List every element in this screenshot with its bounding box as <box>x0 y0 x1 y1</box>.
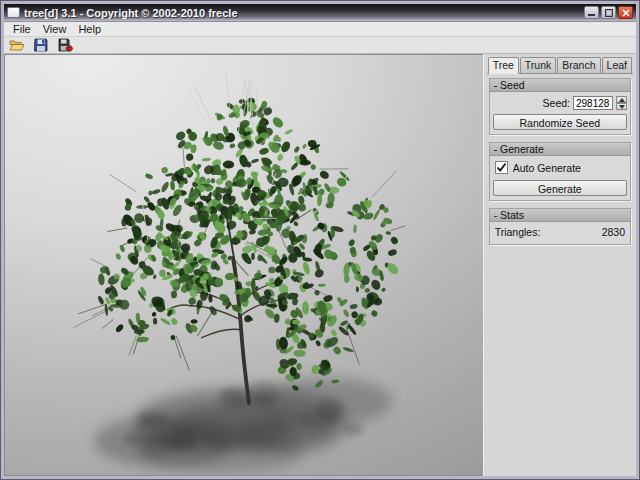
seed-label: Seed: <box>543 97 570 109</box>
menu-view[interactable]: View <box>38 22 72 36</box>
tab-trunk[interactable]: Trunk <box>520 57 556 73</box>
auto-generate-label: Auto Generate <box>513 162 581 174</box>
checkmark-icon <box>496 162 507 173</box>
tab-tree[interactable]: Tree <box>488 57 519 74</box>
window-title: tree[d] 3.1 - Copyright © 2002-2010 frec… <box>24 7 580 19</box>
randomize-seed-button[interactable]: Randomize Seed <box>493 114 627 130</box>
menu-file[interactable]: File <box>8 22 36 36</box>
seed-rollout: - Seed Seed: Randomize Seed <box>489 78 631 135</box>
export-mesh-icon <box>58 38 73 52</box>
stats-rollout: - Stats Triangles: 2830 <box>489 208 631 245</box>
seed-spinner <box>616 96 627 110</box>
tree-shadow <box>94 377 393 473</box>
generate-rollout-header[interactable]: - Generate <box>490 143 630 156</box>
save-icon <box>34 38 48 52</box>
seed-rollout-header[interactable]: - Seed <box>490 79 630 92</box>
menu-bar: File View Help <box>4 22 636 37</box>
tree-foliage <box>97 96 400 392</box>
save-button[interactable] <box>32 38 50 53</box>
app-icon <box>7 7 20 18</box>
tab-leaf[interactable]: Leaf <box>602 57 632 73</box>
open-file-button[interactable] <box>8 38 26 53</box>
seed-input[interactable] <box>573 96 613 110</box>
open-file-icon <box>9 39 25 52</box>
maximize-button[interactable] <box>601 6 616 19</box>
generate-rollout: - Generate Auto Generate Generate <box>489 142 631 201</box>
render-viewport[interactable] <box>4 54 483 476</box>
spinner-up-icon[interactable] <box>616 96 627 103</box>
minimize-icon <box>588 9 595 16</box>
menu-help[interactable]: Help <box>73 22 106 36</box>
title-bar: tree[d] 3.1 - Copyright © 2002-2010 frec… <box>4 4 636 22</box>
tool-bar <box>4 37 636 54</box>
minimize-button[interactable] <box>584 6 599 19</box>
generate-button[interactable]: Generate <box>493 180 627 196</box>
app-window: tree[d] 3.1 - Copyright © 2002-2010 frec… <box>0 0 640 480</box>
triangles-label: Triangles: <box>495 226 541 238</box>
close-icon <box>622 9 630 17</box>
close-button[interactable] <box>618 6 633 19</box>
stats-rollout-header[interactable]: - Stats <box>490 209 630 222</box>
auto-generate-checkbox[interactable] <box>495 161 508 174</box>
settings-panel: Tree Trunk Branch Leaf - Seed Seed: <box>483 54 636 476</box>
tree-render <box>5 55 483 475</box>
maximize-icon <box>605 9 613 17</box>
export-mesh-button[interactable] <box>56 38 74 53</box>
triangles-value: 2830 <box>602 226 625 238</box>
panel-tabs: Tree Trunk Branch Leaf <box>487 56 633 73</box>
tab-branch[interactable]: Branch <box>557 57 600 73</box>
spinner-down-icon[interactable] <box>616 103 627 110</box>
